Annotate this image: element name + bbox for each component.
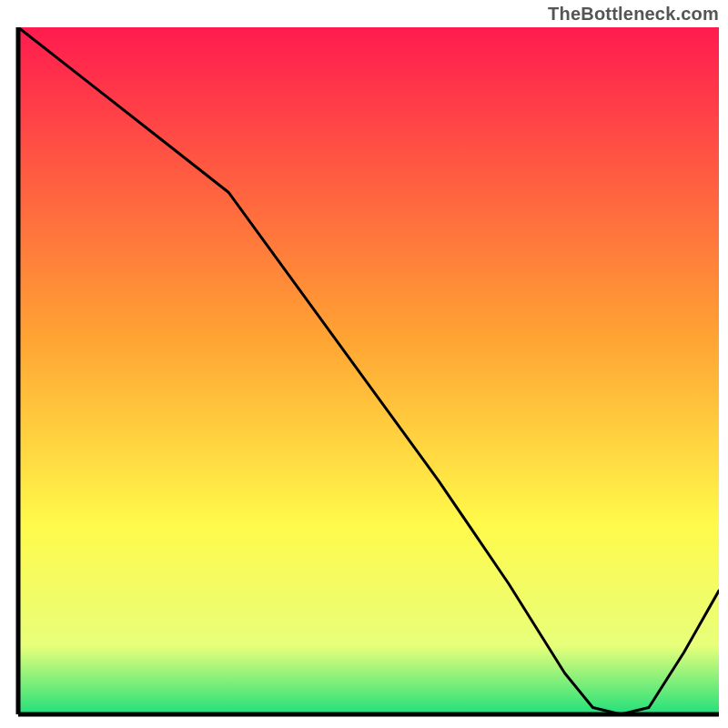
chart-svg	[0, 0, 728, 728]
gradient-background	[18, 27, 719, 714]
chart-container: TheBottleneck.com	[0, 0, 728, 728]
watermark-text: TheBottleneck.com	[548, 4, 719, 25]
